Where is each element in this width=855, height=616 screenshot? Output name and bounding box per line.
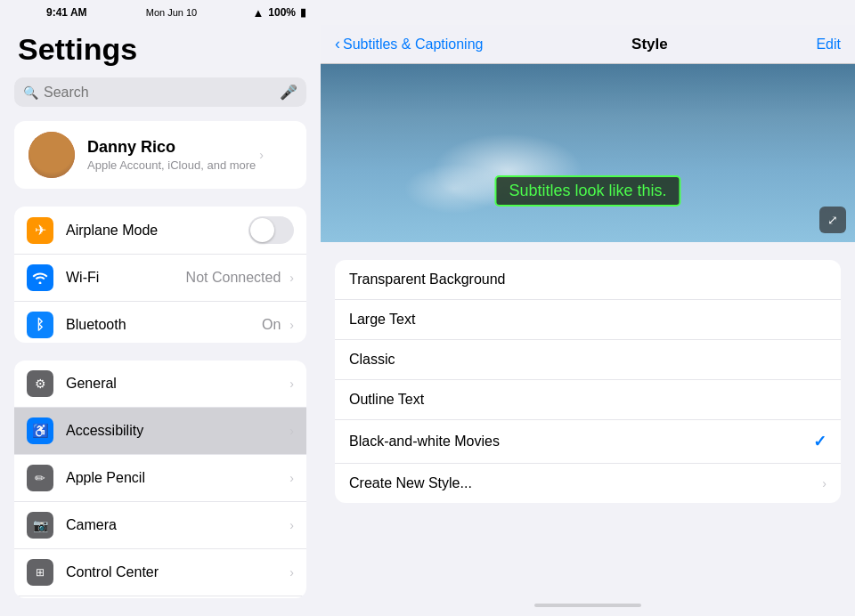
- bluetooth-value: On: [262, 317, 281, 333]
- avatar-face: [28, 132, 75, 178]
- style-row-classic[interactable]: Classic: [335, 340, 841, 380]
- cloud-background: [321, 64, 855, 242]
- airplane-toggle[interactable]: [248, 216, 294, 244]
- sidebar-item-wifi[interactable]: Wi-Fi Not Connected ›: [14, 255, 306, 302]
- wifi-status-icon: ▲: [252, 6, 264, 20]
- sidebar-item-applepencil[interactable]: ✏ Apple Pencil ›: [14, 455, 306, 502]
- back-chevron-icon: ‹: [335, 35, 340, 53]
- applepencil-icon: ✏: [27, 465, 53, 491]
- sidebar-item-camera[interactable]: 📷 Camera ›: [14, 502, 306, 549]
- controlcenter-icon: ⊞: [27, 559, 53, 586]
- profile-subtitle: Apple Account, iCloud, and more: [87, 158, 256, 172]
- createnew-chevron-icon: ›: [822, 476, 826, 490]
- status-bar: 9:41 AM Mon Jun 10 ▲ 100% ▮: [0, 0, 321, 25]
- profile-info: Danny Rico Apple Account, iCloud, and mo…: [87, 138, 256, 172]
- main-layout: Settings 🔍 🎤 Danny Rico Apple Account, i…: [0, 25, 855, 616]
- sidebar-item-display[interactable]: ☀ Display & Brightness ›: [14, 596, 306, 598]
- profile-name: Danny Rico: [87, 138, 256, 157]
- style-options-group: Transparent Background Large Text Classi…: [335, 260, 841, 503]
- controlcenter-chevron: ›: [289, 565, 294, 580]
- style-list: Transparent Background Large Text Classi…: [321, 242, 855, 598]
- general-chevron: ›: [289, 377, 294, 391]
- nav-back-button[interactable]: ‹ Subtitles & Captioning: [335, 35, 483, 53]
- status-time: 9:41 AM: [46, 6, 87, 19]
- wifi-label: Wi-Fi: [66, 270, 186, 286]
- battery-status: 100%: [268, 6, 296, 19]
- style-check-icon: ✓: [813, 432, 826, 451]
- wifi-value: Not Connected: [186, 270, 281, 286]
- general-icon: ⚙: [27, 370, 53, 397]
- accessibility-icon: ♿: [27, 417, 53, 444]
- style-row-createnew[interactable]: Create New Style... ›: [335, 464, 841, 503]
- profile-row[interactable]: Danny Rico Apple Account, iCloud, and mo…: [14, 121, 306, 189]
- subtitle-preview: Subtitles look like this. ⤢: [321, 64, 855, 242]
- camera-chevron: ›: [289, 518, 294, 532]
- camera-icon: 📷: [27, 512, 53, 539]
- bluetooth-icon: ᛒ: [27, 312, 53, 338]
- sidebar-top: Settings 🔍 🎤: [0, 25, 321, 121]
- mic-icon[interactable]: 🎤: [280, 84, 297, 101]
- applepencil-label: Apple Pencil: [66, 470, 286, 486]
- airplane-label: Airplane Mode: [66, 223, 248, 239]
- camera-label: Camera: [66, 517, 286, 533]
- scroll-bar: [534, 604, 641, 607]
- general-label: General: [66, 376, 286, 392]
- style-outline-label: Outline Text: [349, 392, 826, 408]
- accessibility-label: Accessibility: [66, 423, 286, 439]
- nav-edit-button[interactable]: Edit: [816, 36, 841, 53]
- sidebar: Settings 🔍 🎤 Danny Rico Apple Account, i…: [0, 25, 321, 616]
- scroll-indicator: [321, 598, 855, 616]
- style-row-transparent[interactable]: Transparent Background: [335, 260, 841, 300]
- nav-title: Style: [631, 36, 668, 53]
- sidebar-item-airplane[interactable]: ✈ Airplane Mode: [14, 207, 306, 255]
- subtitle-demo-text: Subtitles look like this.: [494, 175, 680, 207]
- search-input[interactable]: [44, 85, 280, 101]
- nav-back-label: Subtitles & Captioning: [343, 36, 483, 53]
- fullscreen-icon: ⤢: [827, 213, 838, 227]
- sidebar-item-controlcenter[interactable]: ⊞ Control Center ›: [14, 549, 306, 596]
- controlcenter-label: Control Center: [66, 564, 286, 580]
- search-icon: 🔍: [23, 85, 38, 100]
- settings-group-general: ⚙ General › ♿ Accessibility › ✏ Apple Pe…: [14, 361, 306, 598]
- fullscreen-button[interactable]: ⤢: [819, 207, 846, 233]
- sidebar-item-accessibility[interactable]: ♿ Accessibility ›: [14, 408, 306, 455]
- search-bar[interactable]: 🔍 🎤: [14, 77, 306, 107]
- sidebar-item-bluetooth[interactable]: ᛒ Bluetooth On ›: [14, 302, 306, 343]
- accessibility-chevron: ›: [289, 424, 294, 438]
- toggle-thumb: [250, 218, 274, 242]
- nav-bar: ‹ Subtitles & Captioning Style Edit: [321, 25, 855, 64]
- airplane-icon: ✈: [27, 217, 53, 244]
- style-largetext-label: Large Text: [349, 312, 826, 328]
- avatar: [28, 132, 75, 178]
- style-transparent-label: Transparent Background: [349, 272, 826, 288]
- style-createnew-label: Create New Style...: [349, 475, 822, 491]
- style-classic-label: Classic: [349, 352, 826, 368]
- style-row-outline[interactable]: Outline Text: [335, 380, 841, 420]
- bluetooth-label: Bluetooth: [66, 317, 262, 333]
- status-date: Mon Jun 10: [146, 7, 197, 18]
- style-row-largetext[interactable]: Large Text: [335, 300, 841, 340]
- applepencil-chevron: ›: [289, 471, 294, 485]
- style-bwmovies-label: Black-and-white Movies: [349, 434, 813, 450]
- battery-icon: ▮: [300, 6, 306, 19]
- right-panel: ‹ Subtitles & Captioning Style Edit Subt…: [321, 25, 855, 616]
- style-row-bwmovies[interactable]: Black-and-white Movies ✓: [335, 420, 841, 464]
- settings-title: Settings: [14, 32, 306, 67]
- wifi-icon: [27, 264, 53, 291]
- profile-chevron: ›: [259, 148, 264, 162]
- bluetooth-chevron: ›: [289, 318, 294, 332]
- wifi-chevron: ›: [289, 271, 294, 285]
- sidebar-item-general[interactable]: ⚙ General ›: [14, 361, 306, 408]
- settings-group-connectivity: ✈ Airplane Mode Wi-Fi Not Connected ›: [14, 207, 306, 343]
